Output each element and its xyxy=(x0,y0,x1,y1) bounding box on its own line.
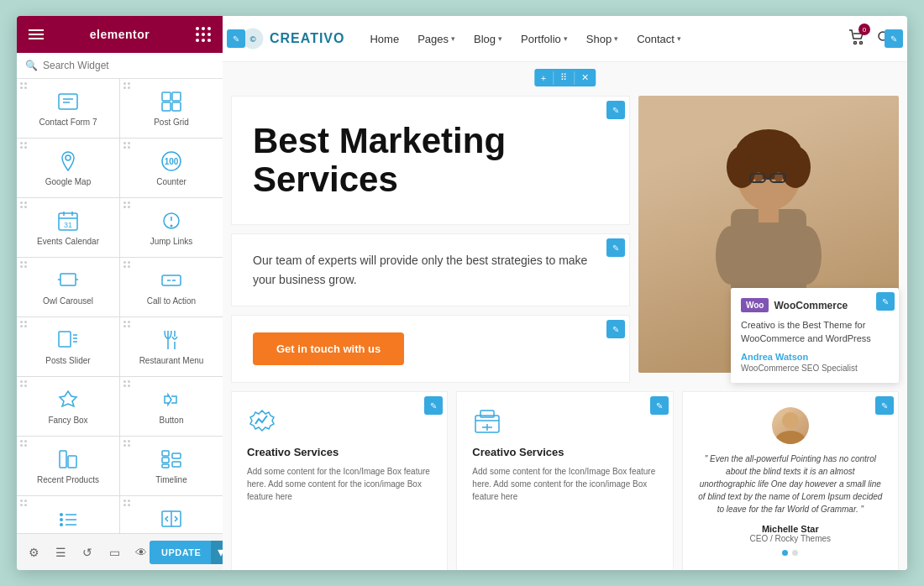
events-calendar-icon: 31 xyxy=(55,208,81,233)
widget-restaurant-menu[interactable]: Restaurant Menu xyxy=(120,317,223,376)
text-edit-button[interactable]: ✎ xyxy=(606,238,625,257)
bottom-cards-section: ✎ Creativo Services Add some content for… xyxy=(231,391,899,570)
layers-icon[interactable]: ☰ xyxy=(52,544,69,561)
svg-point-64 xyxy=(716,226,746,285)
dot-2[interactable] xyxy=(792,550,798,556)
recent-products-icon xyxy=(55,447,81,471)
grid-menu-icon[interactable] xyxy=(196,27,211,42)
svg-rect-21 xyxy=(162,275,181,285)
widget-counter[interactable]: 100 Counter xyxy=(120,139,223,197)
jump-links-icon xyxy=(158,208,185,233)
events-calendar-label: Events Calendar xyxy=(37,237,99,247)
woo-edit-button[interactable]: ✎ xyxy=(876,292,895,311)
widget-timeline[interactable]: Timeline xyxy=(120,437,223,495)
widget-search-bar[interactable]: 🔍 xyxy=(17,53,223,79)
button-label: Button xyxy=(160,416,184,426)
svg-point-7 xyxy=(66,155,71,160)
widgets-grid: Contact Form 7 Post Grid Google Map xyxy=(17,79,223,533)
svg-rect-0 xyxy=(59,94,77,109)
svg-text:©: © xyxy=(249,34,256,44)
elementor-header: elementor xyxy=(17,16,223,53)
widget-icon-list[interactable]: Icon List xyxy=(17,496,119,533)
section-drag-button[interactable]: ⠿ xyxy=(554,69,574,86)
bottom-icons-group: ⚙ ☰ ↺ ▭ 👁 xyxy=(25,544,150,561)
service-1-icon xyxy=(247,407,277,437)
widget-events-calendar[interactable]: 31 Events Calendar xyxy=(17,198,119,257)
svg-text:100: 100 xyxy=(165,157,179,166)
testimonial-author-name: Michelle Star xyxy=(698,524,883,534)
widget-google-map[interactable]: Google Map xyxy=(17,139,119,197)
history-icon[interactable]: ↺ xyxy=(79,544,96,561)
shop-chevron: ▾ xyxy=(614,34,618,43)
svg-rect-68 xyxy=(480,411,494,417)
title-edit-button[interactable]: ✎ xyxy=(606,101,625,119)
nav-pages[interactable]: Pages ▾ xyxy=(417,33,455,45)
woo-logo-text: WooCommerce xyxy=(774,300,848,311)
posts-slider-icon xyxy=(55,327,81,352)
search-icon: 🔍 xyxy=(25,60,38,71)
testimonial-edit[interactable]: ✎ xyxy=(875,396,894,415)
widget-recent-products[interactable]: Recent Products xyxy=(17,437,119,495)
testimonial-dots xyxy=(698,550,883,556)
owl-carousel-icon xyxy=(55,268,81,292)
svg-point-49 xyxy=(854,42,857,44)
section-close-button[interactable]: ✕ xyxy=(575,69,596,86)
before-after-icon xyxy=(158,506,185,531)
service-2-text: Add some content for the Icon/Image Box … xyxy=(472,465,657,503)
widget-posts-slider[interactable]: Posts Slider xyxy=(17,317,119,376)
widget-contact-form[interactable]: Contact Form 7 xyxy=(17,79,119,138)
site-logo: © CREATIVO xyxy=(239,25,344,52)
preview-panel: ✎ © CREATIVO Home Pages ▾ Blog xyxy=(223,16,907,570)
contact-form-icon xyxy=(55,89,81,113)
search-input[interactable] xyxy=(43,60,214,71)
nav-home[interactable]: Home xyxy=(370,33,399,45)
google-map-icon xyxy=(55,149,81,173)
settings-icon[interactable]: ⚙ xyxy=(25,544,42,561)
button-widget-icon xyxy=(158,387,185,411)
svg-rect-3 xyxy=(162,92,171,101)
cta-button[interactable]: Get in touch with us xyxy=(253,332,404,365)
nav-edit-right-button[interactable]: ✎ xyxy=(885,29,903,48)
svg-rect-35 xyxy=(162,458,169,463)
nav-blog[interactable]: Blog ▾ xyxy=(474,33,502,45)
update-button[interactable]: UPDATE xyxy=(150,541,213,564)
widget-post-grid[interactable]: Post Grid xyxy=(120,79,223,138)
service-2-edit[interactable]: ✎ xyxy=(650,396,669,415)
widget-owl-carousel[interactable]: Owl Carousel xyxy=(17,258,119,317)
hamburger-menu[interactable] xyxy=(29,29,44,39)
counter-icon: 100 xyxy=(158,149,185,173)
widget-call-to-action[interactable]: Call to Action xyxy=(120,258,223,317)
widget-jump-links[interactable]: Jump Links xyxy=(120,198,223,257)
elementor-title: elementor xyxy=(90,28,150,41)
widget-before-after[interactable]: Before After Image xyxy=(120,496,223,533)
icon-list-icon xyxy=(55,506,81,531)
content-area: + ⠿ ✕ ✎ Best Marketing Services ✎ xyxy=(223,62,907,570)
nav-portfolio[interactable]: Portfolio ▾ xyxy=(521,33,568,45)
woo-author-role: WooCommerce SEO Specialist xyxy=(741,364,889,373)
timeline-label: Timeline xyxy=(155,475,186,485)
nav-contact[interactable]: Contact ▾ xyxy=(637,33,681,45)
svg-point-17 xyxy=(171,224,173,227)
svg-rect-33 xyxy=(68,456,76,468)
woo-card: ✎ Woo WooCommerce Creativo is the Best T… xyxy=(731,288,899,383)
service-card-2: ✎ Creativo Services Add some content for… xyxy=(456,391,673,570)
post-grid-icon xyxy=(158,89,185,113)
widget-fancy-box[interactable]: Fancy Box xyxy=(17,377,119,436)
service-1-text: Add some content for the Icon/Image Box … xyxy=(247,465,432,503)
cart-icon[interactable]: 0 xyxy=(848,29,865,49)
posts-slider-label: Posts Slider xyxy=(45,356,90,366)
preview-icon[interactable]: 👁 xyxy=(133,544,150,561)
nav-shop[interactable]: Shop ▾ xyxy=(586,33,618,45)
dot-1[interactable] xyxy=(782,550,788,556)
cta-edit-button[interactable]: ✎ xyxy=(606,320,625,338)
service-1-edit[interactable]: ✎ xyxy=(424,396,443,415)
nav-edit-left-button[interactable]: ✎ xyxy=(227,29,245,48)
testimonial-quote: " Even the all-powerful Pointing has no … xyxy=(698,453,883,515)
svg-point-43 xyxy=(60,523,63,526)
svg-text:31: 31 xyxy=(64,221,72,229)
responsive-icon[interactable]: ▭ xyxy=(106,544,123,561)
section-add-button[interactable]: + xyxy=(534,70,553,86)
widget-button[interactable]: Button xyxy=(120,377,223,436)
hero-cta-box: ✎ Get in touch with us xyxy=(231,315,630,383)
google-map-label: Google Map xyxy=(45,177,91,187)
